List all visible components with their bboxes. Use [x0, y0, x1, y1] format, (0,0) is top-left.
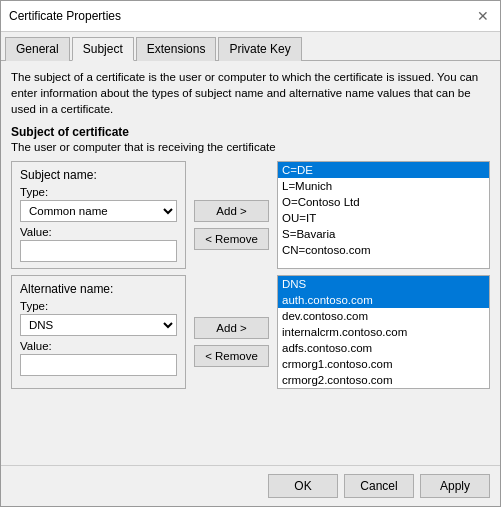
- subject-name-group: Subject name: Type: Common name Organiza…: [11, 161, 186, 269]
- section-sublabel-subject-of-certificate: The user or computer that is receiving t…: [11, 141, 490, 153]
- certificate-properties-window: Certificate Properties ✕ General Subject…: [0, 0, 501, 507]
- alt-value-input[interactable]: [20, 354, 177, 376]
- section-label-subject-of-certificate: Subject of certificate: [11, 125, 490, 139]
- list-item[interactable]: OU=IT: [278, 210, 489, 226]
- alt-middle-buttons: Add > < Remove: [194, 275, 269, 389]
- alt-value-label: Value:: [20, 340, 177, 352]
- subject-value-label: Value:: [20, 226, 177, 238]
- apply-button[interactable]: Apply: [420, 474, 490, 498]
- subject-type-select[interactable]: Common name Organization Organizational …: [20, 200, 177, 222]
- list-item[interactable]: auth.contoso.com: [278, 292, 489, 308]
- ok-button[interactable]: OK: [268, 474, 338, 498]
- subject-list[interactable]: C=DE L=Munich O=Contoso Ltd OU=IT S=Bava…: [277, 161, 490, 269]
- list-item[interactable]: C=DE: [278, 162, 489, 178]
- alternative-name-row: Alternative name: Type: DNS E-mail URL I…: [11, 275, 490, 389]
- alt-list[interactable]: DNS auth.contoso.com dev.contoso.com int…: [277, 275, 490, 389]
- alt-type-label: Type:: [20, 300, 177, 312]
- title-bar: Certificate Properties ✕: [1, 1, 500, 32]
- alt-list-header: DNS: [278, 276, 489, 292]
- tab-general[interactable]: General: [5, 37, 70, 61]
- alternative-name-title: Alternative name:: [20, 282, 177, 296]
- alternative-name-group: Alternative name: Type: DNS E-mail URL I…: [11, 275, 186, 389]
- tab-bar: General Subject Extensions Private Key: [1, 32, 500, 61]
- subject-add-button[interactable]: Add >: [194, 200, 269, 222]
- list-item[interactable]: CN=contoso.com: [278, 242, 489, 258]
- subject-type-label: Type:: [20, 186, 177, 198]
- alt-list-container: DNS auth.contoso.com dev.contoso.com int…: [277, 275, 490, 389]
- alt-type-select[interactable]: DNS E-mail URL IP address UPN: [20, 314, 177, 336]
- tab-content: The subject of a certificate is the user…: [1, 61, 500, 465]
- list-item[interactable]: crmorg2.contoso.com: [278, 372, 489, 388]
- description-text: The subject of a certificate is the user…: [11, 69, 490, 117]
- subject-name-title: Subject name:: [20, 168, 177, 182]
- footer: OK Cancel Apply: [1, 465, 500, 506]
- alt-add-button[interactable]: Add >: [194, 317, 269, 339]
- close-button[interactable]: ✕: [474, 7, 492, 25]
- list-item[interactable]: crmorg1.contoso.com: [278, 356, 489, 372]
- alt-remove-button[interactable]: < Remove: [194, 345, 269, 367]
- window-title: Certificate Properties: [9, 9, 121, 23]
- list-item[interactable]: adfs.contoso.com: [278, 340, 489, 356]
- list-item[interactable]: O=Contoso Ltd: [278, 194, 489, 210]
- subject-remove-button[interactable]: < Remove: [194, 228, 269, 250]
- list-item[interactable]: dev.contoso.com: [278, 308, 489, 324]
- list-item[interactable]: internalcrm.contoso.com: [278, 324, 489, 340]
- tab-extensions[interactable]: Extensions: [136, 37, 217, 61]
- tab-subject[interactable]: Subject: [72, 37, 134, 61]
- subject-list-container: C=DE L=Munich O=Contoso Ltd OU=IT S=Bava…: [277, 161, 490, 269]
- list-item[interactable]: L=Munich: [278, 178, 489, 194]
- cancel-button[interactable]: Cancel: [344, 474, 414, 498]
- subject-middle-buttons: Add > < Remove: [194, 161, 269, 269]
- subject-name-row: Subject name: Type: Common name Organiza…: [11, 161, 490, 269]
- tab-private-key[interactable]: Private Key: [218, 37, 301, 61]
- subject-value-input[interactable]: [20, 240, 177, 262]
- list-item[interactable]: S=Bavaria: [278, 226, 489, 242]
